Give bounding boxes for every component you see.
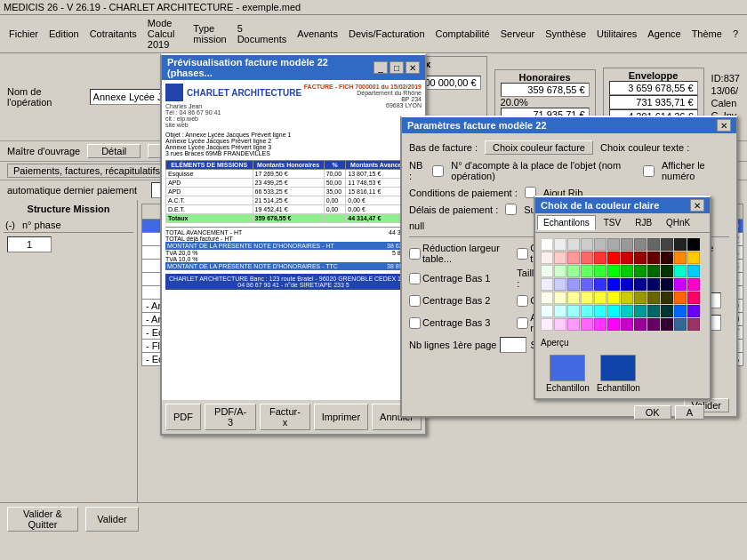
color-tab-qhnk[interactable]: QHnK [660,215,696,230]
color-cell[interactable] [581,318,593,331]
color-cell[interactable] [581,252,593,264]
color-cell[interactable] [647,305,660,317]
color-cell[interactable] [594,238,606,251]
color-cell[interactable] [661,318,673,331]
color-cell[interactable] [674,252,687,264]
color-cell[interactable] [687,278,700,291]
color-cell[interactable] [554,278,566,291]
swatch-1[interactable] [550,355,585,381]
color-cell[interactable] [687,292,700,304]
afficher-checkbox[interactable] [643,165,655,177]
color-cell[interactable] [634,292,647,304]
pdfa3-button[interactable]: PDF/A-3 [205,404,256,430]
color-cell[interactable] [674,278,687,291]
color-cell[interactable] [687,265,700,277]
color-cell[interactable] [674,238,687,251]
color-cell[interactable] [687,305,700,317]
color-cell[interactable] [581,278,593,291]
color-cell[interactable] [554,265,566,277]
color-ok-button[interactable]: OK [634,405,671,420]
color-cell[interactable] [607,238,620,251]
color-close-button[interactable]: ✕ [690,199,704,212]
preview-minimize-button[interactable]: _ [374,61,388,74]
color-cell[interactable] [594,292,606,304]
color-cell[interactable] [567,252,580,264]
color-tab-echantilons[interactable]: Echantilons [537,215,596,230]
color-cell[interactable] [621,238,633,251]
menu-5-documents[interactable]: 5 Documents [232,21,293,46]
valider-button[interactable]: Valider [85,507,139,532]
menu-devis-facturation[interactable]: Devis/Facturation [343,27,430,41]
color-cell[interactable] [541,318,553,331]
preview-maximize-button[interactable]: □ [390,61,404,74]
pdf-button[interactable]: PDF [165,404,201,430]
color-cell[interactable] [674,292,687,304]
color-cell[interactable] [554,238,566,251]
facturx-button[interactable]: Factur-x [260,404,309,430]
color-cell[interactable] [687,318,700,331]
color-cell[interactable] [554,305,566,317]
color-cell[interactable] [661,265,673,277]
color-cell[interactable] [607,252,620,264]
centrage-rib-checkbox[interactable] [517,295,528,307]
color-cell[interactable] [554,318,566,331]
color-cell[interactable] [581,238,593,251]
color-cell[interactable] [647,238,660,251]
valider-quitter-button[interactable]: Valider & Quitter [7,507,78,532]
color-cell[interactable] [607,292,620,304]
suppression-checkbox[interactable] [505,204,517,215]
color-cell[interactable] [541,305,553,317]
color-cell[interactable] [594,252,606,264]
afficher-formule-checkbox[interactable] [517,317,528,329]
color-cell[interactable] [647,278,660,291]
color-cell[interactable] [634,252,647,264]
detail-button-2[interactable]: Détail [87,144,141,158]
menu-type-mission[interactable]: Type mission [188,21,231,46]
color-cell[interactable] [634,305,647,317]
color-cell[interactable] [687,238,700,251]
color-cell[interactable] [674,265,687,277]
color-cell[interactable] [607,318,620,331]
centrage-bas1-checkbox[interactable] [409,273,421,284]
color-tab-tsv[interactable]: TSV [598,215,627,230]
color-cell[interactable] [594,265,606,277]
color-cell[interactable] [634,278,647,291]
color-cell[interactable] [621,278,633,291]
menu-serveur[interactable]: Serveur [495,27,541,41]
color-cell[interactable] [647,292,660,304]
color-cell[interactable] [674,305,687,317]
color-cell[interactable] [567,292,580,304]
color-cell[interactable] [554,292,566,304]
color-tab-rjb[interactable]: RJB [629,215,658,230]
color-cell[interactable] [687,252,700,264]
menu-help[interactable]: ? [727,27,743,41]
color-cell[interactable] [567,265,580,277]
menu-edition[interactable]: Edition [44,27,84,41]
color-cell[interactable] [634,265,647,277]
menu-utilitaires[interactable]: Utilitaires [591,27,642,41]
phase-input[interactable] [7,236,52,252]
color-cell[interactable] [541,292,553,304]
menu-synthese[interactable]: Synthèse [540,27,591,41]
color-cell[interactable] [607,278,620,291]
color-cell[interactable] [661,278,673,291]
color-cell[interactable] [621,265,633,277]
imprimer-button[interactable]: Imprimer [314,404,368,430]
centrage-checkbox[interactable] [517,248,528,260]
color-cell[interactable] [661,238,673,251]
choix-couleur-btn[interactable]: Choix couleur facture [485,140,593,155]
color-cell[interactable] [541,238,553,251]
color-cell[interactable] [661,252,673,264]
menu-avenants[interactable]: Avenants [292,27,343,41]
menu-mode-calcul[interactable]: Mode Calcul 2019 [142,16,188,52]
color-cell[interactable] [621,252,633,264]
color-cell[interactable] [581,265,593,277]
color-cell[interactable] [634,238,647,251]
color-cell[interactable] [647,318,660,331]
menu-cotraitants[interactable]: Cotraitants [84,27,142,41]
reduction-checkbox[interactable] [409,248,421,260]
centrage-bas3-checkbox[interactable] [409,317,421,329]
centrage-bas2-checkbox[interactable] [409,295,421,307]
color-annuler-button[interactable]: A [675,405,704,420]
color-cell[interactable] [594,305,606,317]
